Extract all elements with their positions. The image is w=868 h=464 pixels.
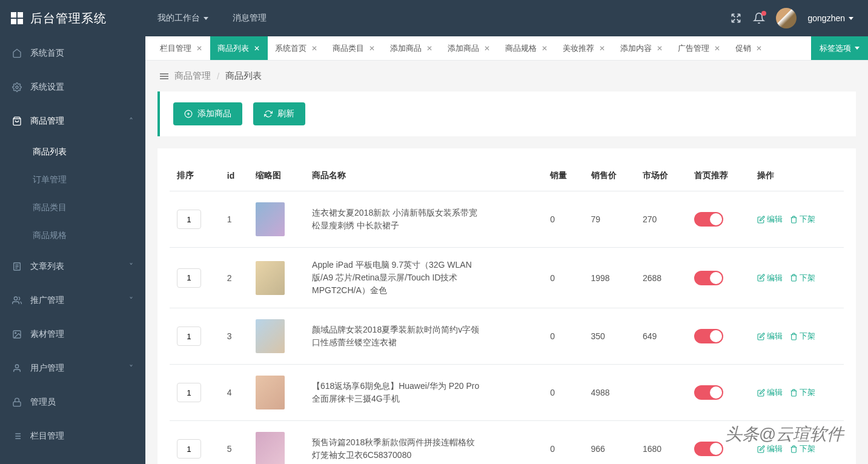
featured-switch[interactable]	[694, 271, 723, 285]
sidebar-sub-2-3[interactable]: 商品规格	[0, 222, 145, 250]
sidebar-item-4[interactable]: 推广管理˅	[0, 283, 145, 317]
edit-action[interactable]: 编辑	[757, 273, 783, 283]
off-action[interactable]: 下架	[790, 273, 815, 283]
tab-4[interactable]: 添加商品✕	[383, 36, 440, 60]
close-icon[interactable]: ✕	[426, 44, 432, 53]
close-icon[interactable]: ✕	[196, 44, 202, 53]
off-action[interactable]: 下架	[790, 443, 815, 454]
tab-5[interactable]: 添加商品✕	[440, 36, 498, 60]
cell-sales: 0	[543, 365, 583, 421]
col-header: 排序	[170, 161, 220, 191]
chevron-icon: ˅	[129, 262, 133, 271]
breadcrumb: 商品管理 / 商品列表	[145, 61, 868, 91]
tab-7[interactable]: 美妆推荐✕	[555, 36, 613, 60]
table-row: 4 【618返场享6期免息】Huawei/华为 P20 Pro 全面屏徕卡三摄4…	[170, 365, 844, 421]
caret-down-icon	[204, 17, 208, 20]
sidebar-sub-2-0[interactable]: 商品列表	[0, 138, 145, 166]
featured-switch[interactable]	[694, 442, 723, 456]
app-grid-icon	[11, 12, 23, 24]
cell-market: 270	[635, 191, 687, 248]
topnav-0[interactable]: 我的工作台	[145, 0, 220, 36]
thumbnail	[256, 376, 285, 409]
close-icon[interactable]: ✕	[484, 44, 490, 53]
sidebar-sub-2-1[interactable]: 订单管理	[0, 166, 145, 194]
sidebar-item-3[interactable]: 文章列表˅	[0, 250, 145, 283]
tab-3[interactable]: 商品类目✕	[325, 36, 383, 60]
bell-icon[interactable]	[753, 12, 765, 24]
logo: 后台管理系统	[0, 10, 145, 27]
edit-action[interactable]: 编辑	[757, 443, 783, 454]
off-action[interactable]: 下架	[790, 214, 815, 225]
sort-input[interactable]	[177, 383, 201, 402]
breadcrumb-current: 商品列表	[225, 70, 262, 82]
sidebar-item-2[interactable]: 商品管理˄	[0, 104, 145, 138]
tab-options[interactable]: 标签选项	[811, 36, 868, 60]
cell-name: 颜域品牌女装2018夏季装新款时尚简约v字领口性感蕾丝镂空连衣裙	[312, 323, 482, 349]
close-icon[interactable]: ✕	[369, 44, 375, 53]
sidebar-item-8[interactable]: 栏目管理	[0, 419, 145, 453]
close-icon[interactable]: ✕	[311, 44, 317, 53]
add-product-button[interactable]: 添加商品	[173, 102, 242, 125]
sidebar-item-5[interactable]: 素材管理	[0, 317, 145, 351]
sidebar-item-7[interactable]: 管理员	[0, 385, 145, 419]
tab-9[interactable]: 广告管理✕	[671, 36, 728, 60]
col-header: 销量	[543, 161, 583, 191]
cell-price: 1998	[584, 248, 635, 308]
tab-8[interactable]: 添加内容✕	[613, 36, 671, 60]
sidebar: 系统首页系统设置商品管理˄商品列表订单管理商品类目商品规格文章列表˅推广管理˅素…	[0, 36, 145, 464]
cell-sales: 0	[543, 421, 583, 465]
cell-name: Apple iPad 平板电脑 9.7英寸（32G WLAN版/A9 芯片/Re…	[312, 259, 482, 297]
doc-icon	[12, 262, 22, 271]
sort-input[interactable]	[177, 326, 201, 346]
close-icon[interactable]: ✕	[254, 44, 260, 53]
fullscreen-icon[interactable]	[730, 12, 742, 24]
edit-action[interactable]: 编辑	[757, 387, 783, 398]
chevron-icon: ˄	[129, 116, 133, 126]
refresh-button[interactable]: 刷新	[253, 102, 305, 125]
sidebar-item-1[interactable]: 系统设置	[0, 70, 145, 104]
col-header: 销售价	[584, 161, 635, 191]
tab-6[interactable]: 商品规格✕	[498, 36, 555, 60]
off-action[interactable]: 下架	[790, 387, 815, 398]
svg-point-2	[14, 297, 17, 300]
table-row: 3 颜域品牌女装2018夏季装新款时尚简约v字领口性感蕾丝镂空连衣裙 0 350…	[170, 308, 844, 365]
caret-down-icon	[849, 17, 853, 20]
sidebar-item-6[interactable]: 用户管理˅	[0, 351, 145, 385]
table-row: 1 连衣裙女夏2018新款 小清新韩版女装系带宽松显瘦刺绣 中长款裙子 0 79…	[170, 191, 844, 248]
close-icon[interactable]: ✕	[542, 44, 548, 53]
cell-price: 966	[584, 421, 635, 465]
sort-input[interactable]	[177, 439, 201, 459]
close-icon[interactable]: ✕	[714, 44, 720, 53]
cell-name: 连衣裙女夏2018新款 小清新韩版女装系带宽松显瘦刺绣 中长款裙子	[312, 207, 482, 232]
cell-id: 5	[220, 421, 248, 465]
col-header: 市场价	[635, 161, 687, 191]
tab-10[interactable]: 促销✕	[728, 36, 770, 60]
avatar[interactable]	[776, 8, 797, 28]
featured-switch[interactable]	[694, 212, 723, 227]
close-icon[interactable]: ✕	[599, 44, 605, 53]
tab-2[interactable]: 系统首页✕	[268, 36, 325, 60]
svg-point-4	[15, 333, 16, 334]
sidebar-sub-2-2[interactable]: 商品类目	[0, 194, 145, 222]
close-icon[interactable]: ✕	[657, 44, 663, 53]
close-icon[interactable]: ✕	[756, 44, 762, 53]
user-menu[interactable]: gongzhen	[807, 13, 853, 23]
sort-input[interactable]	[177, 210, 201, 229]
cell-id: 2	[220, 248, 248, 308]
edit-action[interactable]: 编辑	[757, 214, 783, 225]
featured-switch[interactable]	[694, 385, 723, 400]
lock-icon	[12, 397, 22, 407]
cell-market: 649	[635, 308, 687, 365]
svg-point-0	[16, 86, 18, 88]
sidebar-item-0[interactable]: 系统首页	[0, 36, 145, 70]
home-icon	[12, 48, 22, 58]
featured-switch[interactable]	[694, 329, 723, 343]
off-action[interactable]: 下架	[790, 331, 815, 342]
edit-action[interactable]: 编辑	[757, 331, 783, 342]
cell-price: 350	[584, 308, 635, 365]
tab-1[interactable]: 商品列表✕	[210, 36, 268, 60]
cell-sales: 0	[543, 248, 583, 308]
topnav-1[interactable]: 消息管理	[220, 0, 279, 36]
sort-input[interactable]	[177, 268, 201, 288]
tab-0[interactable]: 栏目管理✕	[153, 36, 210, 60]
